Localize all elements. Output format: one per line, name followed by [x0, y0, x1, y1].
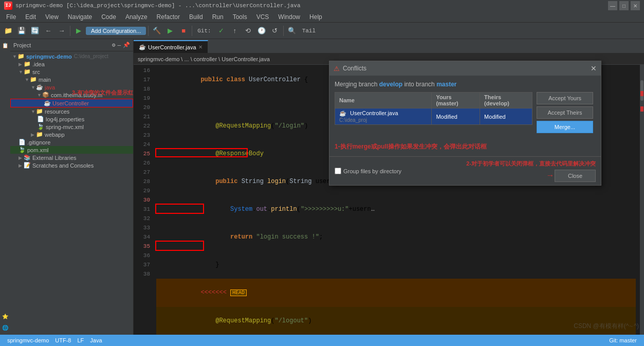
tab-usercontroller[interactable]: ☕ UserController.java ✕ [134, 40, 208, 53]
code-line-22: System.out.println(">>>>>>>>>u:"+usern… [156, 195, 636, 223]
menu-refactor[interactable]: Refactor [153, 12, 184, 22]
menu-edit[interactable]: Edit [21, 12, 40, 22]
project-icon[interactable]: 📋 [1, 41, 10, 50]
pkg-label: com.itheima.study.m [51, 92, 102, 98]
subtitle-prefix: Merging branch [335, 81, 379, 88]
project-title: Project [13, 42, 110, 48]
maximize-button[interactable]: □ [619, 1, 629, 10]
git-pull-button[interactable]: ⟲ [242, 25, 254, 37]
pkg-arrow: ▼ [37, 93, 42, 98]
tree-item-main[interactable]: ▼ 📁 main [10, 76, 133, 83]
status-lang[interactable]: Java [87, 337, 105, 343]
tree-item-java[interactable]: ▼ ☕ java [10, 83, 133, 91]
java-label: java [45, 84, 55, 90]
tail-label: Tail [299, 27, 319, 35]
tree-item-package[interactable]: ▼ 📦 com.itheima.study.m [10, 91, 133, 99]
dialog-action-buttons: Accept Yours Accept Theirs Merge... [537, 92, 596, 133]
tree-item-webapp[interactable]: ▶ 📁 webapp [10, 131, 133, 138]
toolbar-search-button[interactable]: 🔍 [286, 25, 298, 37]
row-yours: Modified [432, 108, 480, 125]
toolbar-back-button[interactable]: ← [42, 25, 54, 37]
footer-right: 2-对于初学者可以关闭弹框，直接去代码里解决冲突 → Close [466, 160, 596, 182]
toolbar-build-button[interactable]: 🔨 [151, 25, 163, 37]
git-checkmark-button[interactable]: ✓ [215, 25, 228, 37]
project-pin-icon[interactable]: 📌 [123, 42, 130, 48]
subtitle-middle: into branch [404, 81, 436, 88]
menu-vcs[interactable]: VCS [252, 12, 273, 22]
toolbar-sep3 [192, 26, 192, 36]
toolbar-open-button[interactable]: 📁 [2, 25, 14, 37]
tree-item-root[interactable]: ▼ 📁 springmvc-demo C:\idea_project [10, 52, 133, 60]
webapp-arrow: ▶ [31, 132, 36, 137]
dialog-title-bar[interactable]: ⚠ Conflicts ✕ [329, 61, 601, 76]
toolbar-sync-button[interactable]: 🔄 [29, 25, 41, 37]
add-config-button[interactable]: Add Configuration... [86, 27, 146, 35]
toolbar-stop-button[interactable]: ■ [177, 25, 190, 37]
favorites-icon[interactable]: ⭐ [1, 312, 10, 321]
tree-item-pom[interactable]: 🍃 pom.xml [10, 146, 133, 154]
tree-item-extlibs[interactable]: ▶ 📚 External Libraries [10, 154, 133, 161]
tree-item-resources[interactable]: ▼ 📁 resources [10, 107, 133, 115]
toolbar-save-button[interactable]: 💾 [15, 25, 28, 37]
java-icon: ☕ [36, 84, 43, 90]
minimize-button[interactable]: — [608, 1, 617, 10]
gitignore-icon: 📄 [19, 139, 26, 145]
close-row: → Close [547, 170, 596, 182]
group-files-checkbox[interactable] [335, 168, 341, 174]
status-line-sep[interactable]: LF [74, 337, 87, 343]
group-files-label[interactable]: Group files by directory [335, 168, 401, 174]
toolbar-debug-button[interactable]: ▶ [164, 25, 176, 37]
tree-item-gitignore[interactable]: 📄 .gitignore [10, 138, 133, 146]
dialog-close-button[interactable]: ✕ [591, 64, 597, 72]
git-revert-button[interactable]: ↺ [269, 25, 281, 37]
menu-code[interactable]: Code [97, 12, 120, 22]
close-button[interactable]: ✕ [631, 1, 640, 10]
menu-window[interactable]: Window [274, 12, 304, 22]
error-marker-2 [640, 106, 643, 112]
title-bar-controls[interactable]: — □ ✕ [608, 1, 640, 10]
project-tree: ▼ 📁 springmvc-demo C:\idea_project ▶ 📁 .… [10, 51, 133, 335]
root-path: C:\idea_project [74, 53, 108, 59]
web-icon[interactable]: 🌐 [1, 323, 10, 333]
tree-item-src[interactable]: ▼ 📁 src [10, 68, 133, 76]
toolbar-run-icon[interactable]: ▶ [72, 25, 85, 37]
status-git[interactable]: Git: master [606, 337, 640, 343]
scratches-label: Scratches and Consoles [32, 162, 94, 169]
extlibs-label: External Libraries [32, 155, 77, 161]
close-button[interactable]: Close [555, 170, 596, 182]
tab-close-icon[interactable]: ✕ [198, 44, 203, 50]
extlibs-icon: 📚 [24, 154, 31, 161]
dialog-title-text: Conflicts [343, 65, 366, 72]
tree-item-scratches[interactable]: ▶ 📝 Scratches and Consoles [10, 161, 133, 169]
tree-item-idea[interactable]: ▶ 📁 .idea [10, 60, 133, 68]
toolbar-forward-button[interactable]: → [56, 25, 68, 37]
project-settings-icon[interactable]: ⚙ [112, 42, 116, 48]
menu-run[interactable]: Run [208, 12, 228, 22]
scratches-icon: 📝 [24, 162, 31, 169]
menu-build[interactable]: Build [185, 12, 207, 22]
menu-navigate[interactable]: Navigate [64, 12, 96, 22]
scrollbar-thumb[interactable] [640, 80, 643, 101]
merge-button[interactable]: Merge... [537, 121, 593, 133]
row-name: ☕ UserController.java C:\idea_proj [335, 108, 432, 125]
menu-analyze[interactable]: Analyze [121, 12, 152, 22]
menu-file[interactable]: File [2, 12, 20, 22]
tree-item-log4j[interactable]: 📄 log4j.properties [10, 115, 133, 123]
accept-theirs-button[interactable]: Accept Theirs [537, 106, 593, 119]
accept-yours-button[interactable]: Accept Yours [537, 92, 593, 104]
status-encoding[interactable]: UTF-8 [52, 337, 74, 343]
root-label: springmvc-demo [26, 53, 72, 60]
editor-scrollbar[interactable] [640, 65, 644, 335]
conflict-row-1[interactable]: ☕ UserController.java C:\idea_proj Modif… [335, 108, 532, 125]
menu-view[interactable]: View [41, 12, 63, 22]
project-collapse-icon[interactable]: — [117, 42, 121, 48]
menu-help[interactable]: Help [305, 12, 326, 22]
git-history-button[interactable]: 🕐 [255, 25, 268, 37]
tree-item-usercontroller[interactable]: ☕ UserController [10, 99, 133, 107]
tree-item-springmvc[interactable]: 🍃 spring-mvc.xml [10, 123, 133, 131]
menu-tools[interactable]: Tools [229, 12, 251, 22]
toolbar-sep2 [148, 26, 149, 36]
src-icon: 📁 [24, 68, 31, 75]
git-push-button[interactable]: ↑ [229, 25, 241, 37]
code-line-23: return "login success !"; [156, 223, 636, 251]
